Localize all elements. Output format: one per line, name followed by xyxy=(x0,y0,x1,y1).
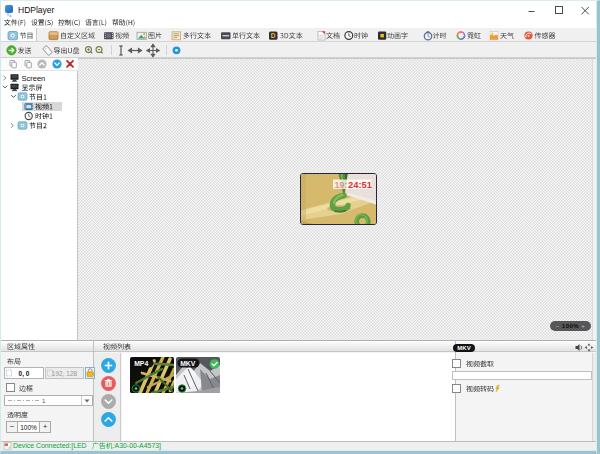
svg-text:1: 1 xyxy=(42,398,46,404)
svg-text:D: D xyxy=(271,32,276,39)
